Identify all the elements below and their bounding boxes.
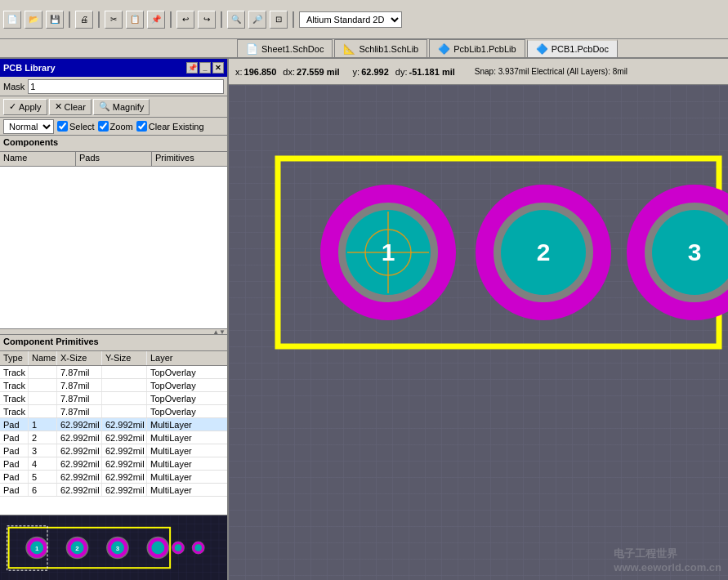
prim-name-cell: 5 — [29, 471, 57, 483]
prim-type-cell: Track — [0, 379, 29, 391]
components-table-body[interactable] — [0, 167, 227, 328]
prim-xsize-cell: 62.992mil — [57, 418, 102, 431]
select-checkbox[interactable] — [57, 121, 68, 132]
prim-layer-cell: MultiLayer — [147, 431, 227, 444]
prim-xsize-cell: 7.87mil — [57, 366, 102, 378]
prim-ysize-cell — [102, 366, 147, 378]
new-btn[interactable]: 📄 — [3, 11, 21, 29]
prim-col-type: Type — [0, 351, 29, 365]
prim-xsize-cell: 7.87mil — [57, 405, 102, 417]
prim-layer-cell: MultiLayer — [147, 418, 227, 431]
prim-xsize-cell: 62.992mil — [57, 457, 102, 470]
coord-group-right: y: 62.992 dy: -51.181 mil — [353, 67, 455, 77]
prim-xsize-cell: 62.992mil — [57, 471, 102, 483]
tab-schlib1[interactable]: 📐 Schlib1.SchLib — [334, 39, 427, 57]
mode-select[interactable]: Normal — [3, 119, 54, 134]
prim-xsize-cell: 62.992mil — [57, 484, 102, 496]
pcb-svg: 1 2 3 — [229, 85, 728, 580]
components-table-header: Name Pads Primitives — [0, 152, 227, 167]
tab-bar: 📄 Sheet1.SchDoc 📐 Schlib1.SchLib 🔷 PcbLi… — [0, 39, 728, 59]
table-row[interactable]: Track 7.87mil TopOverlay — [0, 379, 227, 392]
tab-sheet1[interactable]: 📄 Sheet1.SchDoc — [237, 39, 333, 57]
copy-btn[interactable]: 📋 — [126, 11, 144, 29]
open-btn[interactable]: 📂 — [25, 11, 42, 29]
prim-type-cell: Track — [0, 405, 29, 417]
prim-layer-cell: TopOverlay — [147, 366, 227, 378]
prim-ysize-cell: 62.992mil — [102, 444, 147, 457]
prim-layer-cell: MultiLayer — [147, 444, 227, 457]
btn-row: ✓ Apply ✕ Clear 🔍 Magnify — [0, 96, 227, 118]
pin-btn[interactable]: 📌 — [186, 62, 198, 74]
prim-layer-cell: MultiLayer — [147, 484, 227, 496]
table-row[interactable]: Pad 2 62.992mil 62.992mil MultiLayer — [0, 431, 227, 444]
prim-xsize-cell: 7.87mil — [57, 392, 102, 404]
close-btn[interactable]: ✕ — [212, 62, 224, 74]
svg-point-17 — [151, 542, 164, 555]
paste-btn[interactable]: 📌 — [147, 11, 165, 29]
header-controls: 📌 _ ✕ — [186, 62, 224, 74]
zoom-fit-btn[interactable]: ⊡ — [270, 11, 288, 29]
clear-existing-checkbox-label[interactable]: Clear Existing — [136, 121, 204, 132]
print-btn[interactable]: 🖨 — [75, 11, 93, 29]
clear-button[interactable]: ✕ Clear — [49, 99, 92, 115]
tab-pcb1-label: PCB1.PcbDoc — [552, 44, 609, 54]
primitives-table-body[interactable]: Track 7.87mil TopOverlay Track 7.87mil T… — [0, 366, 227, 515]
prim-col-layer: Layer — [147, 351, 227, 365]
coord-dx: dx: 27.559 mil — [283, 67, 339, 77]
prim-ysize-cell: 62.992mil — [102, 471, 147, 483]
prim-name-cell — [29, 379, 57, 391]
clear-existing-checkbox[interactable] — [136, 121, 147, 132]
table-row[interactable]: Pad 6 62.992mil 62.992mil MultiLayer — [0, 484, 227, 497]
canvas-area[interactable]: x: 196.850 dx: 27.559 mil y: 62.992 dy: … — [229, 59, 728, 580]
prim-layer-cell: MultiLayer — [147, 457, 227, 470]
table-row[interactable]: Pad 1 62.992mil 62.992mil MultiLayer — [0, 418, 227, 431]
redo-btn[interactable]: ↪ — [198, 11, 216, 29]
prim-type-cell: Track — [0, 392, 29, 404]
snap-info: Snap: 3.937mil Electrical (All Layers): … — [475, 67, 628, 76]
table-row[interactable]: Track 7.87mil TopOverlay — [0, 405, 227, 418]
table-row[interactable]: Track 7.87mil TopOverlay — [0, 366, 227, 379]
pcb-lib-header: PCB Library 📌 _ ✕ — [0, 59, 227, 77]
table-row[interactable]: Pad 4 62.992mil 62.992mil MultiLayer — [0, 457, 227, 471]
mask-input[interactable] — [28, 79, 224, 94]
prim-col-name: Name — [29, 351, 57, 365]
view-mode-dropdown[interactable]: Altium Standard 2D — [299, 11, 402, 28]
prim-type-cell: Pad — [0, 418, 29, 431]
prim-ysize-cell: 62.992mil — [102, 418, 147, 431]
save-btn[interactable]: 💾 — [46, 11, 64, 29]
zoom-checkbox[interactable] — [98, 121, 109, 132]
undo-btn[interactable]: ↩ — [176, 11, 194, 29]
table-row[interactable]: Pad 3 62.992mil 62.992mil MultiLayer — [0, 444, 227, 457]
coord-y: y: 62.992 — [353, 67, 389, 77]
tab-pcblib1-label: PcbLib1.PcbLib — [453, 44, 516, 54]
prim-type-cell: Pad — [0, 471, 29, 483]
table-row[interactable]: Pad 5 62.992mil 62.992mil MultiLayer — [0, 471, 227, 484]
select-checkbox-label[interactable]: Select — [57, 121, 95, 132]
mask-row: Mask — [0, 77, 227, 96]
cut-btn[interactable]: ✂ — [105, 11, 123, 29]
primitives-header: Component Primitives — [0, 335, 227, 351]
pcb-canvas[interactable]: 1 2 3 电子工程世界www.eeworld.com.cn — [229, 85, 728, 580]
splitter[interactable]: ▲▼ — [0, 328, 227, 335]
prim-name-cell: 1 — [29, 418, 57, 431]
minimize-btn[interactable]: _ — [199, 62, 211, 74]
mini-canvas: 1 2 3 — [0, 515, 227, 580]
prim-name-cell: 6 — [29, 484, 57, 496]
magnify-button[interactable]: 🔍 Magnify — [93, 99, 150, 115]
prim-type-cell: Pad — [0, 484, 29, 496]
prim-type-cell: Pad — [0, 444, 29, 457]
mask-label: Mask — [3, 82, 25, 91]
zoom-in-btn[interactable]: 🔍 — [227, 11, 245, 29]
svg-text:3: 3 — [116, 545, 120, 552]
prim-layer-cell: TopOverlay — [147, 405, 227, 417]
tab-pcblib1[interactable]: 🔷 PcbLib1.PcbLib — [429, 39, 525, 57]
table-row[interactable]: Track 7.87mil TopOverlay — [0, 392, 227, 405]
apply-button[interactable]: ✓ Apply — [3, 99, 47, 115]
zoom-checkbox-label[interactable]: Zoom — [98, 121, 133, 132]
clear-x-icon: ✕ — [55, 101, 62, 112]
tab-pcb1[interactable]: 🔷 PCB1.PcbDoc — [527, 39, 618, 57]
zoom-out-btn[interactable]: 🔎 — [248, 11, 266, 29]
prim-name-cell: 3 — [29, 444, 57, 457]
prim-col-ysize: Y-Size — [102, 351, 147, 365]
components-section: Components Name Pads Primitives — [0, 136, 227, 328]
